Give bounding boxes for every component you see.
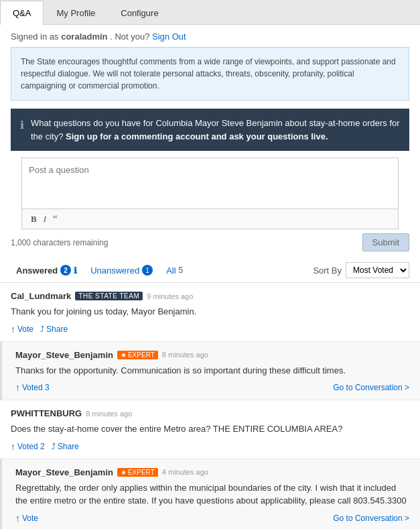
answered-count: 2 — [60, 265, 71, 276]
comment-username: Mayor_Steve_Benjamin — [15, 467, 113, 477]
voted-label: Voted 3 — [22, 383, 50, 392]
filter-all-label: All — [166, 266, 176, 276]
share-button[interactable]: ⤴ Share — [52, 442, 79, 451]
post-area-container: B I “ — [21, 158, 399, 229]
share-icon: ⤴ — [40, 325, 44, 334]
filter-answered-label: Answered — [16, 266, 58, 276]
signed-in-prefix: Signed in as — [11, 32, 59, 42]
tab-qa[interactable]: Q&A — [0, 1, 44, 25]
filter-unanswered-label: Unanswered — [90, 266, 139, 276]
go-to-conversation-link[interactable]: Go to Conversation > — [333, 514, 409, 523]
info-banner: The State encourages thoughtful comments… — [11, 47, 409, 101]
expert-label: EXPERT — [128, 469, 155, 476]
filter-tab-all[interactable]: All 5 — [161, 263, 188, 278]
voted-count: ↑ Voted 3 — [15, 382, 50, 393]
vote-label: Vote — [22, 514, 38, 523]
tab-bar: Q&A My Profile Configure — [0, 0, 420, 25]
info-icon: ℹ — [20, 117, 24, 133]
comment-time: 4 minutes ago — [162, 468, 208, 476]
unanswered-count: 1 — [142, 265, 153, 276]
comment-item-reply: Mayor_Steve_Benjamin ★ EXPERT 4 minutes … — [0, 459, 420, 530]
question-banner: ℹ What questions do you have for Columbi… — [11, 109, 409, 151]
comment-username: PWHITTENBURG — [11, 408, 82, 418]
sort-select[interactable]: Most Voted Newest Oldest — [346, 262, 409, 278]
expert-label: EXPERT — [128, 351, 155, 359]
signed-in-bar: Signed in as coraladmin . Not you? Sign … — [0, 25, 420, 47]
tab-configure[interactable]: Configure — [108, 1, 171, 25]
post-footer: 1,000 characters remaining Submit — [0, 229, 420, 257]
question-banner-cta: Sign up for a commenting account and ask… — [66, 131, 328, 141]
sort-by-container: Sort By Most Voted Newest Oldest — [313, 262, 409, 278]
star-icon: ★ — [121, 469, 127, 476]
comment-body: Does the stay-at-home cover the entire M… — [11, 422, 409, 436]
comment-header: Mayor_Steve_Benjamin ★ EXPERT 8 minutes … — [15, 350, 409, 360]
answered-info-icon[interactable]: ℹ — [74, 266, 77, 276]
main-container: Q&A My Profile Configure Signed in as co… — [0, 0, 420, 529]
vote-button[interactable]: ↑ Vote — [15, 513, 38, 524]
sign-out-link[interactable]: Sign Out — [152, 32, 186, 42]
vote-button[interactable]: ↑ Vote — [11, 324, 33, 335]
comment-actions: ↑ Vote ⤴ Share — [11, 324, 409, 335]
comment-time: 8 minutes ago — [86, 410, 132, 418]
comment-body: Thanks for the opportunity. Communicatio… — [15, 364, 409, 377]
not-you-text: . Not you? — [110, 32, 149, 42]
voted-arrow-icon: ↑ — [11, 441, 15, 452]
share-button[interactable]: ⤴ Share — [40, 325, 68, 334]
comment-actions: ↑ Voted 3 Go to Conversation > — [15, 382, 409, 393]
comments-list: Cal_Lundmark THE STATE TEAM 9 minutes ag… — [0, 283, 420, 529]
go-to-conversation-link[interactable]: Go to Conversation > — [333, 383, 409, 392]
comment-actions: ↑ Voted 2 ⤴ Share — [11, 441, 409, 452]
comment-username: Cal_Lundmark — [11, 291, 71, 301]
submit-button[interactable]: Submit — [362, 233, 409, 251]
bold-button[interactable]: B — [27, 213, 40, 226]
comment-item: PWHITTENBURG 8 minutes ago Does the stay… — [0, 400, 420, 459]
comment-body: Thank you for joining us today, Mayor Be… — [11, 305, 409, 318]
comment-header: PWHITTENBURG 8 minutes ago — [11, 408, 409, 418]
post-toolbar: B I “ — [22, 209, 398, 229]
comment-actions: ↑ Vote Go to Conversation > — [15, 513, 409, 524]
comment-header: Cal_Lundmark THE STATE TEAM 9 minutes ag… — [11, 291, 409, 301]
share-label: Share — [46, 325, 68, 334]
filter-tab-unanswered[interactable]: Unanswered 1 — [85, 262, 158, 278]
quote-button[interactable]: “ — [50, 212, 61, 226]
comment-actions-left: ↑ Vote — [15, 513, 38, 524]
all-count: 5 — [179, 266, 184, 275]
comment-header: Mayor_Steve_Benjamin ★ EXPERT 4 minutes … — [15, 467, 409, 477]
post-textarea[interactable] — [22, 158, 398, 207]
vote-arrow-icon: ↑ — [11, 324, 15, 335]
filter-tab-answered[interactable]: Answered 2 ℹ — [11, 262, 82, 278]
expert-badge: ★ EXPERT — [117, 468, 158, 477]
share-icon: ⤴ — [52, 442, 56, 451]
share-label: Share — [58, 442, 79, 451]
question-banner-text: What questions do you have for Columbia … — [31, 117, 400, 143]
voted-arrow-icon: ↑ — [15, 382, 20, 393]
comment-body: Regrettably, the order only applies with… — [15, 481, 409, 508]
info-banner-text: The State encourages thoughtful comments… — [21, 57, 396, 91]
filter-tabs: Answered 2 ℹ Unanswered 1 All 5 — [11, 262, 188, 278]
comment-username: Mayor_Steve_Benjamin — [15, 350, 113, 360]
expert-badge: ★ EXPERT — [117, 351, 158, 359]
username: coraladmin — [61, 32, 107, 42]
italic-button[interactable]: I — [40, 213, 50, 226]
star-icon: ★ — [121, 351, 127, 359]
comment-actions-left: ↑ Vote ⤴ Share — [11, 324, 68, 335]
comment-time: 9 minutes ago — [147, 292, 193, 300]
vote-arrow-icon: ↑ — [15, 513, 20, 524]
state-team-badge: THE STATE TEAM — [75, 292, 143, 300]
vote-label: Vote — [17, 325, 33, 334]
comment-item: Cal_Lundmark THE STATE TEAM 9 minutes ag… — [0, 283, 420, 342]
sort-by-label: Sort By — [313, 266, 342, 276]
chars-remaining: 1,000 characters remaining — [11, 238, 108, 247]
voted-button[interactable]: ↑ Voted 2 — [11, 441, 45, 452]
tab-my-profile[interactable]: My Profile — [44, 1, 108, 25]
voted-label: Voted 2 — [17, 442, 45, 451]
comment-time: 8 minutes ago — [162, 351, 208, 359]
comment-actions-left: ↑ Voted 3 — [15, 382, 50, 393]
filter-bar: Answered 2 ℹ Unanswered 1 All 5 Sort By … — [0, 257, 420, 283]
post-question-area: B I “ — [11, 158, 409, 229]
comment-item-reply: Mayor_Steve_Benjamin ★ EXPERT 8 minutes … — [0, 342, 420, 401]
comment-actions-left: ↑ Voted 2 ⤴ Share — [11, 441, 79, 452]
